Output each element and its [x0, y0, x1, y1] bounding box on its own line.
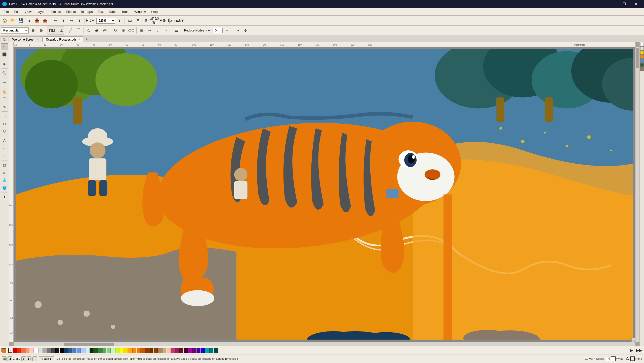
menu-bitmaps[interactable]: Bitmaps [78, 9, 95, 15]
zoom-tool[interactable]: 🔍 [1, 70, 8, 77]
home-tab-icon[interactable]: 🏠 [1, 36, 8, 42]
scroll-thumb-horizontal[interactable] [64, 343, 114, 346]
artboard-tool[interactable]: ∿ [1, 103, 8, 110]
swatch-near-black[interactable] [55, 348, 59, 353]
reflect-x-button[interactable]: ↔ [146, 27, 153, 34]
swatch-darkest-teal[interactable] [214, 348, 218, 353]
menu-view[interactable]: View [22, 9, 34, 15]
options-button[interactable]: ⚙ [160, 17, 168, 24]
fill-tool[interactable]: 🪣 [1, 184, 8, 191]
extract-subpath-button[interactable]: ⊘ [119, 27, 127, 34]
menu-effects[interactable]: Effects [63, 9, 78, 15]
zoom-dropdown[interactable]: ▼ [116, 17, 123, 24]
swatch-indigo[interactable] [196, 348, 200, 353]
curve-segment-button[interactable]: ⌒ [75, 27, 82, 34]
swatch-dark-teal[interactable] [209, 348, 213, 353]
swatch-dark-maroon[interactable] [184, 348, 188, 353]
menu-object[interactable]: Object [49, 9, 63, 15]
close-button[interactable]: ✕ [630, 0, 642, 8]
swatch-maroon[interactable] [179, 348, 183, 353]
swatch-pale-blue[interactable] [85, 348, 89, 353]
reduce-nodes-increment[interactable]: ＋ [223, 27, 231, 34]
menu-help[interactable]: Help [148, 9, 160, 15]
swatch-amber[interactable] [128, 348, 132, 353]
snap-to-button[interactable]: Snap To▼ [152, 17, 160, 24]
reverse-direction-button[interactable]: ↻ [111, 27, 119, 34]
export-button[interactable]: 📤 [41, 17, 49, 24]
import-button[interactable]: 📥 [33, 17, 41, 24]
right-swatch-1[interactable] [640, 47, 644, 51]
transparency-tool[interactable]: ⧆ [1, 169, 8, 176]
swatch-dark-purple[interactable] [192, 348, 196, 353]
grid-button[interactable]: ⊞ [134, 17, 142, 24]
swatch-beige[interactable] [162, 348, 166, 353]
zoom-level-select[interactable]: 225% 100% 150% 200% 300% 400% Fit Page [96, 18, 115, 24]
drawing-canvas[interactable] [14, 47, 635, 342]
swatch-yellow[interactable] [119, 348, 124, 353]
swatch-pink[interactable] [171, 348, 175, 353]
palette-scroll-right-btn[interactable]: ▶ [628, 347, 635, 354]
prev-page-btn[interactable]: ◀ [8, 356, 12, 361]
symmetrical-node-button[interactable]: ◎ [101, 27, 109, 34]
swatch-blue[interactable] [72, 348, 76, 353]
bezier-tool[interactable]: ⌒ [1, 96, 8, 103]
smooth-node-button[interactable]: ◉ [93, 27, 101, 34]
illustration[interactable] [16, 49, 633, 340]
launch-button[interactable]: Launch [171, 17, 178, 24]
reflect-y-button[interactable]: ↕ [154, 27, 162, 34]
dimension-tool[interactable]: ↔ [1, 145, 8, 152]
add-node-button[interactable]: ⊕ [29, 27, 37, 34]
swatch-deep-blue[interactable] [201, 348, 205, 353]
scroll-thumb-vertical[interactable] [636, 48, 639, 68]
minimize-button[interactable]: ─ [606, 0, 618, 8]
add-tool[interactable]: ✛ [1, 193, 8, 201]
swatch-gold[interactable] [124, 348, 128, 353]
menu-tools[interactable]: Tools [119, 9, 132, 15]
swatch-gray[interactable] [43, 348, 47, 353]
line-segment-button[interactable]: ╱ [67, 27, 74, 34]
right-swatch-yellow[interactable] [640, 51, 644, 55]
text-tool[interactable]: A [1, 137, 8, 144]
redo-button[interactable]: ↪ [68, 17, 75, 24]
shape-tool[interactable]: ◈ [1, 60, 8, 67]
menu-file[interactable]: File [1, 9, 11, 15]
fill-indicator[interactable]: White [606, 356, 623, 361]
swatch-mid-green[interactable] [102, 348, 106, 353]
horizontal-scrollbar[interactable] [14, 342, 635, 346]
freehand-tool[interactable]: ✏ [1, 79, 8, 86]
swatch-salmon[interactable] [25, 348, 29, 353]
swatch-brown-orange[interactable] [145, 348, 149, 353]
new-button[interactable]: 🏠 [1, 17, 9, 24]
swatch-tan[interactable] [158, 348, 162, 353]
menu-window[interactable]: Window [132, 9, 148, 15]
align-nodes-button[interactable]: ⊟ [138, 27, 145, 34]
redo-dropdown[interactable]: ▼ [76, 17, 83, 24]
canvas-area[interactable]: -10 0 10 20 30 40 50 60 70 80 90 100 110… [9, 42, 639, 346]
swatch-yellow-green[interactable] [115, 348, 119, 353]
connector-tool[interactable]: ⌐ [1, 152, 8, 159]
undo-button[interactable]: ↩ [52, 17, 59, 24]
print-button[interactable]: 🖨 [25, 17, 33, 24]
right-swatch-gray[interactable] [640, 67, 644, 71]
swatch-burnt-orange[interactable] [141, 348, 145, 353]
node-extra-1[interactable]: ⋯ [233, 27, 241, 34]
add-tab-button[interactable]: + [84, 36, 90, 42]
swatch-dark-green[interactable] [90, 348, 94, 353]
snap-button[interactable]: ⊕ [142, 17, 150, 24]
swatch-light-blue[interactable] [81, 348, 85, 353]
outline-color-indicator[interactable] [1, 348, 7, 353]
publish-pdf-button[interactable]: PDF [86, 17, 94, 24]
swatch-white[interactable] [34, 348, 38, 353]
palette-scroll-double-right[interactable]: ▶▶ [635, 347, 643, 354]
eyedropper-tool[interactable]: 💧 [1, 177, 8, 184]
right-swatch-blue[interactable] [640, 59, 644, 63]
swatch-navy[interactable] [64, 348, 68, 353]
open-button[interactable]: 📂 [9, 17, 17, 24]
outline-color-box[interactable] [630, 356, 635, 361]
welcome-screen-tab[interactable]: Welcome Screen ✕ [9, 36, 42, 42]
menu-edit[interactable]: Edit [11, 9, 22, 15]
restore-button[interactable]: ❐ [618, 0, 630, 8]
swatch-pale-green[interactable] [111, 348, 115, 353]
freehand-select-tool[interactable]: ⬛ [1, 51, 8, 58]
add-page-btn[interactable]: + [32, 356, 37, 361]
